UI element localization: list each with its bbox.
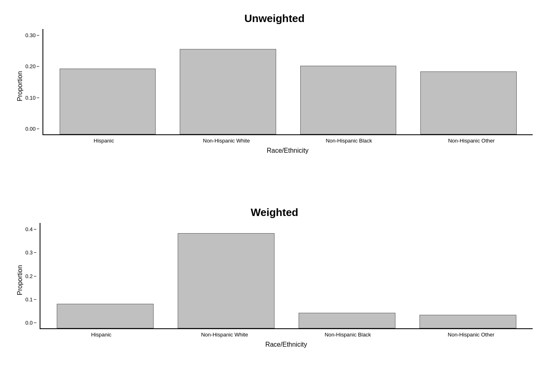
wy-tick-1: 0.1 bbox=[25, 296, 36, 303]
unweighted-title: Unweighted bbox=[244, 12, 304, 25]
y-tick-3: 0.30 bbox=[25, 32, 39, 38]
bar-label-2: Non-Hispanic Black bbox=[286, 332, 410, 338]
bar-label-0: Hispanic bbox=[42, 138, 165, 144]
unweighted-bars-row bbox=[42, 29, 533, 135]
tick-line bbox=[34, 252, 36, 253]
bar-2 bbox=[300, 66, 397, 134]
tick-line bbox=[37, 66, 39, 67]
bar-label-3: Non-Hispanic Other bbox=[410, 138, 533, 144]
bar-3 bbox=[420, 71, 517, 134]
bar-1 bbox=[178, 233, 274, 328]
weighted-y-axis-label: Proportion bbox=[16, 227, 24, 333]
y-tick-0: 0.00 bbox=[25, 126, 39, 132]
tick-line bbox=[34, 276, 36, 276]
bar-2 bbox=[299, 313, 395, 328]
weighted-chart-area: Proportion 0.0 0.1 0.2 bbox=[16, 223, 533, 348]
tick-line bbox=[37, 129, 39, 129]
unweighted-chart-section: Unweighted Proportion 0.00 0.10 0.20 bbox=[16, 8, 533, 190]
tick-line bbox=[34, 299, 36, 300]
bar-group-1 bbox=[165, 226, 286, 328]
weighted-bar-labels-row: HispanicNon-Hispanic WhiteNon-Hispanic B… bbox=[40, 332, 533, 338]
bar-3 bbox=[420, 315, 516, 328]
bar-label-0: Hispanic bbox=[40, 332, 163, 338]
unweighted-y-ticks: 0.00 0.10 0.20 0.30 bbox=[25, 29, 39, 135]
bar-label-3: Non-Hispanic Other bbox=[409, 332, 533, 338]
bar-0 bbox=[60, 69, 156, 134]
bar-0 bbox=[57, 304, 154, 328]
bar-group-2 bbox=[287, 226, 408, 328]
y-tick-1: 0.10 bbox=[25, 95, 39, 101]
bar-group-0 bbox=[47, 32, 167, 134]
y-tick-2: 0.20 bbox=[25, 63, 39, 69]
weighted-bars-row bbox=[40, 223, 533, 329]
bar-group-0 bbox=[45, 226, 165, 328]
bar-1 bbox=[180, 49, 276, 134]
wy-tick-4: 0.4 bbox=[25, 226, 36, 232]
bar-group-1 bbox=[168, 32, 288, 134]
weighted-x-axis-title: Race/Ethnicity bbox=[40, 341, 533, 348]
unweighted-chart-area: Proportion 0.00 0.10 0.20 bbox=[16, 29, 533, 154]
wy-tick-3: 0.3 bbox=[25, 249, 36, 256]
unweighted-bars-container: HispanicNon-Hispanic WhiteNon-Hispanic B… bbox=[42, 29, 533, 154]
bar-group-3 bbox=[408, 32, 529, 134]
wy-tick-0: 0.0 bbox=[25, 320, 36, 326]
unweighted-x-axis-title: Race/Ethnicity bbox=[42, 147, 533, 154]
bar-group-3 bbox=[408, 226, 529, 328]
weighted-bars-container: HispanicNon-Hispanic WhiteNon-Hispanic B… bbox=[40, 223, 533, 348]
tick-line bbox=[37, 35, 39, 36]
tick-line bbox=[34, 323, 36, 323]
tick-line bbox=[34, 229, 36, 229]
unweighted-bar-labels-row: HispanicNon-Hispanic WhiteNon-Hispanic B… bbox=[42, 138, 533, 144]
tick-line bbox=[37, 98, 39, 98]
weighted-chart-section: Weighted Proportion 0.0 0.1 0.2 bbox=[16, 202, 533, 384]
bar-group-2 bbox=[288, 32, 408, 134]
page: Unweighted Proportion 0.00 0.10 0.20 bbox=[0, 0, 549, 392]
bar-label-1: Non-Hispanic White bbox=[165, 138, 288, 144]
bar-label-2: Non-Hispanic Black bbox=[288, 138, 410, 144]
wy-tick-2: 0.2 bbox=[25, 273, 36, 279]
bar-label-1: Non-Hispanic White bbox=[163, 332, 286, 338]
unweighted-y-axis-label: Proportion bbox=[16, 33, 24, 139]
weighted-y-ticks: 0.0 0.1 0.2 0.3 bbox=[25, 223, 36, 329]
weighted-title: Weighted bbox=[251, 206, 299, 219]
